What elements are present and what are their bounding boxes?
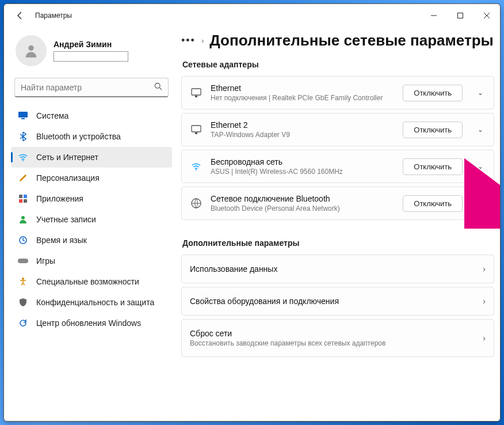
nav-label: Bluetooth и устройства — [36, 132, 121, 141]
gamepad-icon — [18, 256, 28, 266]
adapter-title: Беспроводная сеть — [211, 157, 395, 166]
close-button[interactable] — [474, 4, 500, 27]
chevron-right-icon: › — [201, 36, 204, 45]
nav-label: Персонализация — [36, 173, 100, 183]
row-title: Свойства оборудования и подключения — [190, 297, 475, 306]
nav-list: СистемаBluetooth и устройстваСеть и Инте… — [11, 105, 172, 333]
disable-button[interactable]: Отключить — [403, 158, 463, 175]
svg-rect-8 — [21, 118, 25, 119]
adapter-subtitle: Нет подключения | Realtek PCIe GbE Famil… — [211, 94, 395, 102]
svg-rect-10 — [19, 195, 22, 198]
adapter-title: Сетевое подключение Bluetooth — [211, 194, 395, 203]
adapter-title: Ethernet 2 — [211, 120, 395, 130]
svg-rect-20 — [192, 126, 201, 132]
additional-row-1[interactable]: Свойства оборудования и подключения› — [181, 287, 494, 316]
additional-row-0[interactable]: Использование данных› — [181, 255, 494, 283]
adapter-card-1[interactable]: Ethernet 2TAP-Windows Adapter V9Отключит… — [181, 113, 494, 146]
svg-point-9 — [22, 160, 24, 161]
brush-icon — [18, 173, 28, 183]
chevron-down-icon[interactable]: ⌄ — [475, 126, 486, 134]
nav-item-5[interactable]: Учетные записи — [11, 209, 172, 230]
svg-point-22 — [196, 169, 197, 170]
chevron-down-icon[interactable]: ⌄ — [475, 199, 486, 207]
svg-point-14 — [21, 216, 25, 219]
maximize-button[interactable] — [447, 4, 474, 27]
bluetooth-icon — [18, 131, 28, 142]
nav-label: Специальные возможности — [36, 277, 139, 286]
disable-button[interactable]: Отключить — [403, 195, 463, 212]
sidebar: Андрей Зимин СистемаBluetooth и устройст… — [4, 27, 177, 421]
nav-item-0[interactable]: Система — [11, 105, 172, 126]
svg-rect-21 — [195, 132, 197, 134]
chevron-down-icon[interactable]: ⌄ — [475, 89, 486, 97]
nav-label: Учетные записи — [36, 215, 96, 224]
svg-rect-18 — [192, 89, 201, 95]
chevron-right-icon: › — [483, 264, 486, 274]
search-input[interactable] — [21, 83, 154, 92]
nav-item-6[interactable]: Время и язык — [11, 230, 172, 251]
clock-icon — [18, 235, 28, 245]
svg-rect-1 — [458, 13, 463, 18]
monitor-icon — [18, 111, 28, 121]
window-title: Параметры — [35, 12, 72, 20]
nav-label: Конфиденциальность и защита — [36, 298, 154, 307]
minimize-button[interactable] — [421, 4, 447, 27]
disable-button[interactable]: Отключить — [403, 85, 463, 101]
nav-label: Игры — [36, 256, 55, 265]
settings-window: Параметры Андрей Зимин — [3, 3, 501, 422]
nav-label: Сеть и Интернет — [36, 153, 98, 162]
nav-label: Центр обновления Windows — [36, 318, 141, 328]
profile-name: Андрей Зимин — [54, 40, 128, 49]
titlebar: Параметры — [4, 4, 500, 27]
nav-item-10[interactable]: Центр обновления Windows — [11, 313, 172, 333]
search-box[interactable] — [14, 78, 169, 97]
shield-icon — [18, 297, 28, 308]
row-title: Использование данных — [190, 264, 475, 274]
additional-row-2[interactable]: Сброс сетиВосстановить заводские парамет… — [181, 319, 494, 357]
svg-point-17 — [22, 278, 24, 280]
globe-icon — [190, 198, 203, 208]
back-button[interactable] — [13, 9, 27, 22]
svg-point-5 — [155, 83, 160, 88]
svg-line-6 — [159, 88, 162, 90]
nav-item-2[interactable]: Сеть и Интернет — [11, 147, 172, 168]
nav-label: Время и язык — [36, 236, 87, 245]
accessibility-icon — [18, 276, 28, 287]
eth-icon — [190, 88, 203, 98]
adapter-card-0[interactable]: EthernetНет подключения | Realtek PCIe G… — [181, 76, 494, 109]
adapter-subtitle: Bluetooth Device (Personal Area Network) — [211, 204, 395, 212]
adapter-title: Ethernet — [211, 84, 395, 93]
apps-icon — [18, 193, 28, 204]
eth-icon — [190, 124, 203, 135]
nav-item-1[interactable]: Bluetooth и устройства — [11, 126, 172, 147]
nav-label: Система — [36, 111, 68, 120]
chevron-right-icon: › — [483, 333, 486, 343]
disable-button[interactable]: Отключить — [403, 122, 463, 138]
nav-item-7[interactable]: Игры — [11, 251, 172, 271]
update-icon — [18, 318, 28, 328]
breadcrumb-more[interactable]: ••• — [181, 35, 196, 47]
chevron-right-icon: › — [483, 297, 486, 306]
profile-block[interactable]: Андрей Зимин — [11, 32, 172, 71]
svg-rect-16 — [18, 259, 28, 263]
nav-item-4[interactable]: Приложения — [11, 188, 172, 209]
nav-item-9[interactable]: Конфиденциальность и защита — [11, 292, 172, 313]
wifi-icon — [190, 162, 203, 170]
profile-email-redacted — [54, 51, 128, 62]
nav-item-8[interactable]: Специальные возможности — [11, 271, 172, 292]
adapter-subtitle: TAP-Windows Adapter V9 — [211, 131, 395, 139]
svg-rect-11 — [24, 195, 27, 198]
adapter-card-2[interactable]: Беспроводная сетьASUS | Intel(R) Wireles… — [181, 150, 494, 183]
section-adapters-label: Сетевые адаптеры — [182, 60, 494, 69]
svg-rect-19 — [195, 96, 197, 97]
breadcrumb: ••• › Дополнительные сетевые параметры — [181, 32, 494, 50]
chevron-down-icon[interactable]: ⌄ — [475, 162, 486, 170]
avatar — [16, 35, 47, 66]
user-icon — [18, 214, 28, 225]
adapter-subtitle: ASUS | Intel(R) Wireless-AC 9560 160MHz — [211, 168, 395, 176]
page-title: Дополнительные сетевые параметры — [209, 32, 493, 50]
adapter-card-3[interactable]: Сетевое подключение BluetoothBluetooth D… — [181, 187, 494, 220]
nav-item-3[interactable]: Персонализация — [11, 168, 172, 188]
svg-rect-7 — [18, 112, 28, 117]
section-additional-label: Дополнительные параметры — [182, 238, 494, 248]
